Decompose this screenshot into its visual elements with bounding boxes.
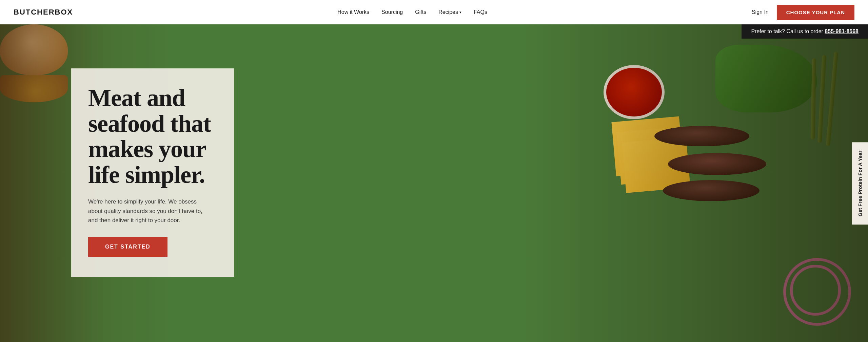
nav-links: How it Works Sourcing Gifts Recipes ▾ FA… (337, 9, 487, 15)
choose-plan-button[interactable]: CHOOSE YOUR PLAN (777, 5, 854, 20)
nav-item-recipes[interactable]: Recipes ▾ (438, 9, 461, 15)
nav-link-recipes[interactable]: Recipes ▾ (438, 9, 461, 15)
sign-in-link[interactable]: Sign In (752, 9, 769, 15)
side-tab-free-protein[interactable]: Get Free Protein For A Year (852, 143, 868, 225)
hero-section: Prefer to talk? Call us to order 855-981… (0, 24, 868, 342)
nav-link-faqs[interactable]: FAQs (474, 9, 487, 15)
chevron-down-icon: ▾ (459, 10, 461, 15)
hero-subtext: We're here to simplify your life. We obs… (88, 197, 210, 225)
nav-item-gifts[interactable]: Gifts (415, 9, 426, 15)
phone-banner-text: Prefer to talk? Call us to order (751, 28, 825, 34)
nav-link-gifts[interactable]: Gifts (415, 9, 426, 15)
phone-banner: Prefer to talk? Call us to order 855-981… (742, 24, 868, 39)
navbar: BUTCHERBOX How it Works Sourcing Gifts R… (0, 0, 868, 24)
get-started-button[interactable]: GET STARTED (88, 237, 167, 257)
nav-link-sourcing[interactable]: Sourcing (381, 9, 403, 15)
nav-right: Sign In CHOOSE YOUR PLAN (752, 5, 854, 20)
nav-recipes-label: Recipes (438, 9, 458, 15)
hero-content-panel: Meat and seafood that makes your life si… (71, 68, 234, 277)
logo[interactable]: BUTCHERBOX (14, 8, 73, 17)
nav-item-sourcing[interactable]: Sourcing (381, 9, 403, 15)
nav-item-faqs[interactable]: FAQs (474, 9, 487, 15)
nav-item-how-it-works[interactable]: How it Works (337, 9, 369, 15)
phone-number-link[interactable]: 855-981-8568 (825, 28, 859, 34)
nav-link-how-it-works[interactable]: How it Works (337, 9, 369, 15)
hero-headline: Meat and seafood that makes your life si… (88, 85, 217, 188)
